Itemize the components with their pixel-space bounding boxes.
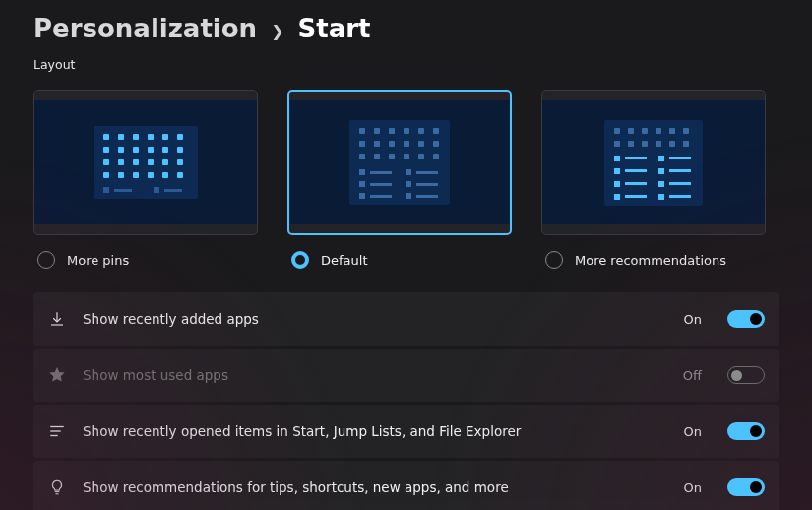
- settings-list: Show recently added apps On Show most us…: [33, 292, 779, 510]
- section-label-layout: Layout: [33, 57, 779, 72]
- radio-more-pins[interactable]: More pins: [33, 251, 258, 269]
- breadcrumb-current: Start: [298, 14, 371, 43]
- list-icon: [47, 422, 67, 440]
- setting-label: Show recently added apps: [83, 311, 668, 327]
- setting-recommendations[interactable]: Show recommendations for tips, shortcuts…: [33, 461, 779, 510]
- layout-preview-more-recs: [604, 120, 703, 206]
- toggle-state-label: On: [684, 424, 702, 439]
- toggle-state-label: On: [684, 312, 702, 327]
- layout-preview-default: [349, 120, 450, 205]
- radio-label: More recommendations: [575, 253, 726, 268]
- radio-circle-icon: [291, 251, 309, 269]
- layout-card-more-recs[interactable]: [541, 90, 766, 235]
- toggle-state-label: On: [684, 480, 702, 495]
- setting-recent-items[interactable]: Show recently opened items in Start, Jum…: [33, 405, 779, 458]
- setting-label: Show recommendations for tips, shortcuts…: [83, 479, 668, 495]
- setting-most-used: Show most used apps Off: [33, 349, 779, 402]
- breadcrumb-parent[interactable]: Personalization: [33, 14, 257, 43]
- setting-recently-added[interactable]: Show recently added apps On: [33, 292, 779, 346]
- lightbulb-icon: [47, 478, 67, 496]
- layout-card-more-pins[interactable]: [33, 90, 258, 235]
- toggle-switch: [727, 366, 765, 384]
- layout-card-default[interactable]: [287, 90, 512, 235]
- radio-label: More pins: [67, 253, 129, 268]
- radio-circle-icon: [545, 251, 563, 269]
- radio-default[interactable]: Default: [287, 251, 512, 269]
- setting-label: Show recently opened items in Start, Jum…: [83, 423, 668, 439]
- download-icon: [47, 310, 67, 328]
- radio-label: Default: [321, 253, 368, 268]
- chevron-right-icon: ❯: [271, 22, 283, 40]
- layout-radio-row: More pins Default More recommendations: [33, 251, 779, 269]
- radio-circle-icon: [37, 251, 55, 269]
- toggle-switch[interactable]: [727, 422, 765, 440]
- toggle-state-label: Off: [683, 368, 702, 383]
- radio-more-recs[interactable]: More recommendations: [541, 251, 766, 269]
- toggle-switch[interactable]: [727, 310, 765, 328]
- star-icon: [47, 366, 67, 384]
- layout-preview-more-pins: [94, 126, 198, 199]
- toggle-switch[interactable]: [727, 478, 765, 496]
- setting-label: Show most used apps: [83, 367, 667, 383]
- layout-options-row: [33, 90, 779, 235]
- breadcrumb: Personalization ❯ Start: [33, 14, 779, 43]
